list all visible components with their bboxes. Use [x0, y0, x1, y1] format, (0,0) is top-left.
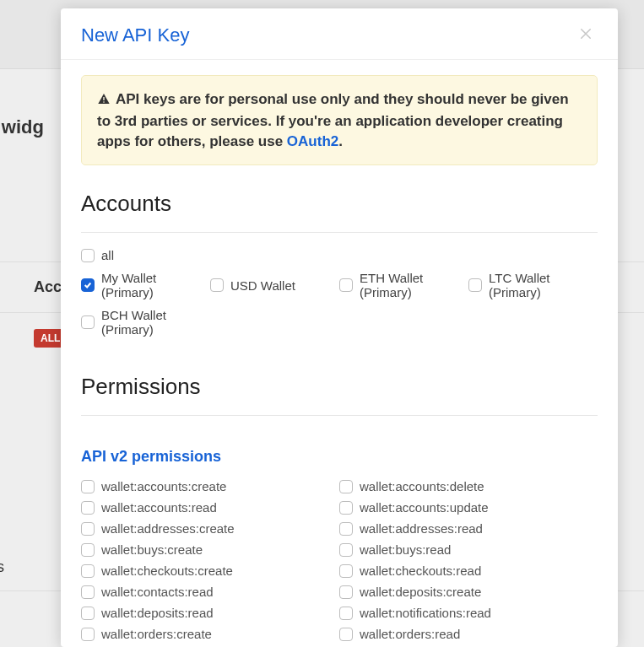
- permission-item: wallet:buys:read: [339, 542, 598, 557]
- checkbox-permission[interactable]: [339, 501, 353, 515]
- permission-label: wallet:accounts:update: [360, 500, 489, 515]
- permission-item: wallet:contacts:read: [81, 585, 339, 599]
- svg-rect-0: [103, 97, 104, 100]
- account-label: all: [101, 248, 114, 262]
- permission-label: wallet:accounts:create: [101, 479, 226, 493]
- permission-item: wallet:deposits:create: [339, 585, 598, 599]
- oauth2-link[interactable]: OAuth2: [287, 133, 338, 149]
- checkbox-permission[interactable]: [81, 585, 95, 599]
- permission-item: wallet:accounts:create: [81, 479, 339, 493]
- permissions-col-left: wallet:accounts:create wallet:accounts:r…: [81, 479, 339, 647]
- permission-item: wallet:checkouts:read: [339, 563, 598, 578]
- permission-item: wallet:orders:read: [339, 627, 598, 641]
- permission-item: wallet:accounts:delete: [339, 479, 598, 493]
- account-all-row: all: [81, 248, 598, 262]
- checkbox-usd-wallet[interactable]: [210, 278, 224, 292]
- checkbox-permission[interactable]: [81, 564, 95, 578]
- warning-icon: [97, 91, 111, 111]
- close-button[interactable]: [574, 24, 598, 47]
- checkbox-permission[interactable]: [81, 480, 95, 493]
- permission-item: wallet:accounts:read: [81, 500, 339, 515]
- svg-rect-1: [103, 101, 104, 102]
- checkbox-permission[interactable]: [81, 628, 95, 641]
- checkbox-permission[interactable]: [339, 564, 353, 578]
- permission-label: wallet:buys:read: [360, 542, 451, 557]
- permission-label: wallet:buys:create: [101, 542, 203, 557]
- permission-label: wallet:notifications:read: [360, 606, 491, 620]
- checkbox-permission[interactable]: [339, 628, 353, 641]
- divider: [81, 415, 598, 416]
- checkbox-ltc-wallet[interactable]: [468, 278, 482, 292]
- permission-label: wallet:accounts:read: [101, 500, 217, 515]
- account-label: My Wallet (Primary): [101, 271, 210, 299]
- checkbox-permission[interactable]: [339, 607, 353, 620]
- new-api-key-modal: New API Key API keys are for personal us…: [61, 8, 618, 647]
- checkbox-permission[interactable]: [339, 585, 353, 599]
- permission-item: wallet:addresses:create: [81, 521, 339, 536]
- accounts-row: My Wallet (Primary) USD Wallet ETH Walle…: [81, 271, 598, 345]
- permission-label: wallet:checkouts:create: [101, 563, 233, 578]
- account-item: USD Wallet: [210, 271, 339, 299]
- permission-label: wallet:orders:create: [101, 627, 212, 641]
- alert-text-end: .: [338, 133, 343, 149]
- accounts-heading: Accounts: [81, 191, 598, 217]
- account-label: USD Wallet: [230, 278, 295, 293]
- permission-item: wallet:buys:create: [81, 542, 339, 557]
- account-item: ETH Wallet (Primary): [339, 271, 468, 299]
- modal-header: New API Key: [61, 8, 618, 60]
- bg-cut-text: uy widg: [0, 116, 44, 138]
- permission-label: wallet:deposits:read: [101, 606, 214, 620]
- permission-label: wallet:contacts:read: [101, 585, 214, 599]
- modal-title: New API Key: [81, 24, 189, 46]
- permission-item: wallet:orders:create: [81, 627, 339, 641]
- close-icon: [578, 26, 593, 45]
- permission-item: wallet:accounts:update: [339, 500, 598, 515]
- warning-alert: API keys are for personal use only and t…: [81, 75, 598, 165]
- permission-item: wallet:deposits:read: [81, 606, 339, 620]
- account-label: LTC Wallet (Primary): [489, 271, 593, 299]
- divider: [81, 232, 598, 233]
- permissions-col-right: wallet:accounts:delete wallet:accounts:u…: [339, 479, 598, 647]
- checkbox-permission[interactable]: [81, 607, 95, 620]
- permission-label: wallet:accounts:delete: [360, 479, 484, 493]
- api-v2-permissions-heading: API v2 permissions: [81, 448, 598, 466]
- permissions-grid: wallet:accounts:create wallet:accounts:r…: [81, 479, 598, 647]
- permission-label: wallet:addresses:create: [101, 521, 235, 536]
- bg-acc-label: Acc: [34, 278, 62, 296]
- checkbox-permission[interactable]: [81, 543, 95, 557]
- bg-cut-s: s: [0, 558, 4, 576]
- permission-item: wallet:checkouts:create: [81, 563, 339, 578]
- permission-item: wallet:notifications:read: [339, 606, 598, 620]
- account-item: BCH Wallet (Primary): [81, 308, 210, 337]
- account-item: My Wallet (Primary): [81, 271, 210, 299]
- checkbox-permission[interactable]: [339, 543, 353, 557]
- account-item: LTC Wallet (Primary): [468, 271, 593, 299]
- permission-label: wallet:checkouts:read: [360, 563, 481, 578]
- modal-body: API keys are for personal use only and t…: [61, 60, 618, 647]
- permission-label: wallet:orders:read: [360, 627, 460, 641]
- checkbox-permission[interactable]: [339, 480, 353, 493]
- permission-label: wallet:deposits:create: [360, 585, 481, 599]
- checkbox-permission[interactable]: [81, 522, 95, 536]
- permission-item: wallet:addresses:read: [339, 521, 598, 536]
- accounts-group: all My Wallet (Primary) USD Wallet ETH W…: [81, 248, 598, 345]
- permissions-heading: Permissions: [81, 374, 598, 400]
- checkbox-eth-wallet[interactable]: [339, 278, 353, 292]
- checkbox-permission[interactable]: [339, 522, 353, 536]
- checkbox-all[interactable]: [81, 249, 95, 262]
- account-label: BCH Wallet (Primary): [101, 308, 210, 337]
- checkbox-bch-wallet[interactable]: [81, 315, 95, 329]
- checkbox-permission[interactable]: [81, 501, 95, 515]
- permission-label: wallet:addresses:read: [360, 521, 483, 536]
- account-label: ETH Wallet (Primary): [360, 271, 468, 299]
- checkbox-my-wallet[interactable]: [81, 278, 95, 292]
